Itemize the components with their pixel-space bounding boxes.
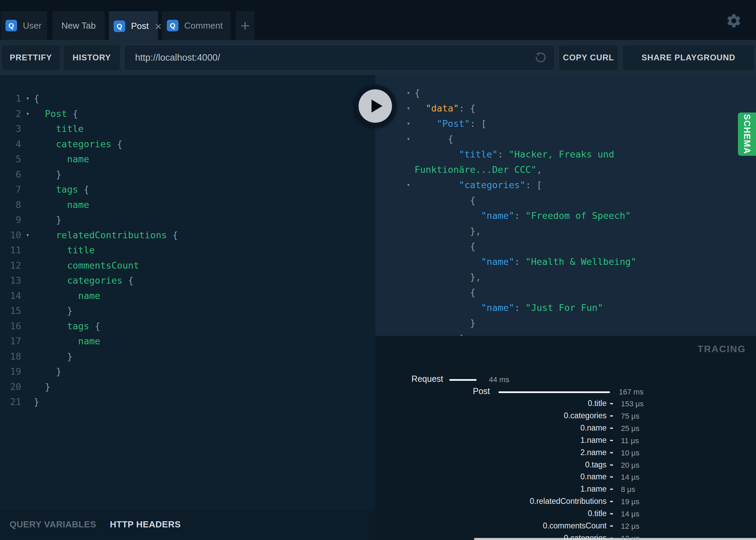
resolver-dash-icon xyxy=(610,440,613,441)
tab-comment[interactable]: Q Comment xyxy=(162,11,231,40)
fold-arrow-icon[interactable]: ▾ xyxy=(23,106,32,121)
resolver-label: 0.name xyxy=(580,423,607,433)
response-viewer: ▾{▾ "data": {▾ "Post": [▾ { "title": "Ha… xyxy=(375,75,756,336)
query-line[interactable]: 18 } xyxy=(0,349,375,364)
code-line-text: "title": "Hacker, Freaks und xyxy=(415,147,614,162)
fold-arrow-icon[interactable]: ▾ xyxy=(404,116,413,131)
query-line[interactable]: 6 } xyxy=(0,167,375,182)
query-badge-icon: Q xyxy=(5,20,17,31)
fold-arrow-icon[interactable]: ▾ xyxy=(404,177,413,193)
share-playground-button[interactable]: SHARE PLAYGROUND xyxy=(623,45,754,70)
add-tab-button[interactable]: + xyxy=(236,11,255,40)
query-variables-tab[interactable]: QUERY VARIABLES xyxy=(10,519,96,530)
query-line[interactable]: 5 name xyxy=(0,151,375,167)
response-line: "name": "Health & Wellbeing" xyxy=(375,254,756,269)
query-line[interactable]: 3 title xyxy=(0,121,375,136)
resolver-duration: 14 μs xyxy=(621,473,639,482)
code-line-text: categories { xyxy=(34,273,134,288)
fold-arrow-icon[interactable]: ▾ xyxy=(23,91,32,106)
query-line[interactable]: 16 tags { xyxy=(0,318,375,334)
trace-span-label: Post xyxy=(473,386,490,396)
code-line-text: ] xyxy=(415,331,464,336)
resolver-duration: 153 μs xyxy=(621,400,644,408)
http-headers-tab[interactable]: HTTP HEADERS xyxy=(110,519,181,530)
fold-arrow-icon[interactable]: ▾ xyxy=(404,85,413,101)
tab-user[interactable]: Q User xyxy=(1,11,47,40)
query-line[interactable]: 2▾ Post { xyxy=(0,106,375,121)
code-line-text: }, xyxy=(415,269,481,285)
code-line-text: "name": "Health & Wellbeing" xyxy=(415,254,636,269)
tab-new-tab[interactable]: New Tab xyxy=(53,11,105,40)
line-number: 3 xyxy=(0,121,21,136)
query-badge-icon: Q xyxy=(114,20,125,32)
code-line-text: } xyxy=(34,212,61,227)
history-button[interactable]: HISTORY xyxy=(64,45,120,70)
fold-arrow-icon[interactable]: ▾ xyxy=(404,101,413,116)
tab-bar: Q User New Tab Q Post × Q Comment + xyxy=(0,0,756,40)
trace-span-value: 44 ms xyxy=(489,375,509,384)
line-number: 2 xyxy=(0,106,21,121)
trace-span-label: Request xyxy=(411,374,443,384)
resolver-duration: 25 μs xyxy=(621,424,639,433)
query-line[interactable]: 11 title xyxy=(0,242,375,258)
close-tab-icon[interactable]: × xyxy=(155,20,162,32)
code-line-text: "categories": [ xyxy=(415,177,542,193)
query-line[interactable]: 4 categories { xyxy=(0,136,375,152)
resolver-duration: 11 μs xyxy=(621,436,639,445)
query-line[interactable]: 19 } xyxy=(0,364,375,379)
response-line: { xyxy=(375,285,756,300)
tab-label: Comment xyxy=(184,20,223,31)
query-line[interactable]: 9 } xyxy=(0,212,375,227)
query-line[interactable]: 21} xyxy=(0,394,375,409)
query-line[interactable]: 17 name xyxy=(0,333,375,349)
query-line[interactable]: 15 } xyxy=(0,303,375,318)
prettify-button[interactable]: PRETTIFY xyxy=(2,45,60,70)
response-line: ▾ "categories": [ xyxy=(375,177,756,193)
response-line: ] xyxy=(375,331,756,336)
plus-icon: + xyxy=(236,18,255,33)
response-line: { xyxy=(375,193,756,208)
fold-arrow-icon[interactable]: ▾ xyxy=(404,131,413,147)
settings-gear-icon[interactable] xyxy=(726,13,742,29)
resolver-dash-icon xyxy=(610,525,613,527)
query-line[interactable]: 13 categories { xyxy=(0,273,375,288)
tracing-horizontal-scrollbar[interactable] xyxy=(474,538,756,540)
query-line[interactable]: 8 name xyxy=(0,197,375,212)
endpoint-url-input[interactable]: http://localhost:4000/ xyxy=(124,45,555,71)
resolver-dash-icon xyxy=(610,489,613,490)
code-line-text: tags { xyxy=(34,318,100,334)
graphql-playground-window: Q User New Tab Q Post × Q Comment + PRET… xyxy=(0,0,756,540)
query-line[interactable]: 10▾ relatedContributions { xyxy=(0,227,375,243)
line-number: 4 xyxy=(0,136,21,152)
code-line-text: name xyxy=(34,333,100,349)
query-line[interactable]: 7 tags { xyxy=(0,182,375,197)
query-line[interactable]: 14 name xyxy=(0,288,375,303)
response-line: ▾ "data": { xyxy=(375,101,756,116)
schema-side-tab[interactable]: SCHEMA xyxy=(738,112,756,156)
execute-query-button[interactable] xyxy=(354,85,396,127)
query-line[interactable]: 20 } xyxy=(0,379,375,394)
response-line: }, xyxy=(375,269,756,285)
resolver-label: 1.name xyxy=(580,484,607,494)
fold-arrow-icon[interactable]: ▾ xyxy=(23,227,32,243)
line-number: 12 xyxy=(0,258,21,273)
line-number: 20 xyxy=(0,379,21,394)
copy-curl-button[interactable]: COPY CURL xyxy=(559,45,618,70)
tab-post[interactable]: Q Post × xyxy=(109,11,158,41)
line-number: 13 xyxy=(0,273,21,288)
query-editor[interactable]: 1▾{2▾ Post {3 title4 categories {5 name6… xyxy=(0,75,375,510)
resolver-duration: 13 μs xyxy=(621,534,639,540)
reload-schema-icon[interactable] xyxy=(533,50,548,65)
query-line[interactable]: 1▾{ xyxy=(0,91,375,106)
response-line: Funktionäre...Der CCC", xyxy=(375,162,756,177)
code-line-text: relatedContributions { xyxy=(34,227,178,243)
query-line[interactable]: 12 commentsCount xyxy=(0,258,375,273)
code-line-text: { xyxy=(415,285,476,300)
line-number: 10 xyxy=(0,227,21,243)
line-number: 18 xyxy=(0,349,21,364)
trace-span-bar xyxy=(498,391,610,393)
play-icon xyxy=(359,89,392,123)
tab-label: User xyxy=(23,20,42,31)
code-line-text: tags { xyxy=(34,182,89,197)
resolver-label: 0.tags xyxy=(585,460,607,469)
